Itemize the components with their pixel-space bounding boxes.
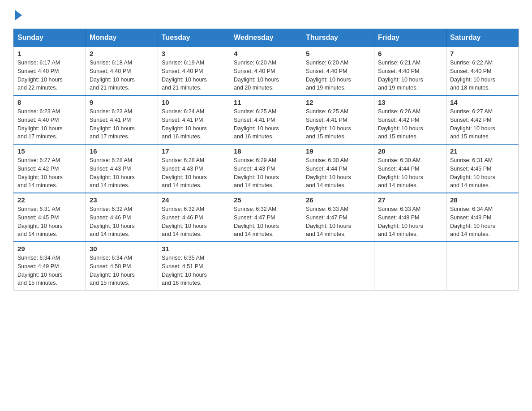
calendar-cell: 20 Sunrise: 6:30 AMSunset: 4:44 PMDaylig… bbox=[374, 144, 446, 193]
day-number: 18 bbox=[234, 147, 298, 155]
day-header-tuesday: Tuesday bbox=[158, 29, 230, 47]
day-info: Sunrise: 6:31 AMSunset: 4:45 PMDaylight:… bbox=[17, 205, 82, 239]
week-row-3: 15 Sunrise: 6:27 AMSunset: 4:42 PMDaylig… bbox=[14, 144, 519, 193]
day-number: 5 bbox=[306, 50, 370, 57]
day-info: Sunrise: 6:32 AMSunset: 4:46 PMDaylight:… bbox=[90, 205, 154, 239]
calendar-cell: 9 Sunrise: 6:23 AMSunset: 4:41 PMDayligh… bbox=[86, 95, 158, 144]
day-info: Sunrise: 6:33 AMSunset: 4:48 PMDaylight:… bbox=[378, 205, 442, 239]
day-info: Sunrise: 6:28 AMSunset: 4:43 PMDaylight:… bbox=[90, 156, 154, 190]
day-info: Sunrise: 6:26 AMSunset: 4:42 PMDaylight:… bbox=[378, 107, 442, 141]
day-number: 26 bbox=[306, 196, 370, 204]
calendar-cell: 10 Sunrise: 6:24 AMSunset: 4:41 PMDaylig… bbox=[158, 95, 230, 144]
day-info: Sunrise: 6:30 AMSunset: 4:44 PMDaylight:… bbox=[378, 156, 442, 190]
day-number: 12 bbox=[306, 98, 370, 106]
day-number: 1 bbox=[17, 50, 82, 57]
day-number: 28 bbox=[450, 196, 515, 204]
day-header-wednesday: Wednesday bbox=[230, 29, 302, 47]
calendar-cell: 14 Sunrise: 6:27 AMSunset: 4:42 PMDaylig… bbox=[446, 95, 519, 144]
day-number: 3 bbox=[162, 50, 226, 57]
day-number: 27 bbox=[378, 196, 442, 204]
day-number: 10 bbox=[162, 98, 226, 106]
day-info: Sunrise: 6:34 AMSunset: 4:49 PMDaylight:… bbox=[450, 205, 515, 239]
day-number: 21 bbox=[450, 147, 515, 155]
calendar-cell: 13 Sunrise: 6:26 AMSunset: 4:42 PMDaylig… bbox=[374, 95, 446, 144]
calendar-cell: 24 Sunrise: 6:32 AMSunset: 4:46 PMDaylig… bbox=[158, 193, 230, 242]
day-header-sunday: Sunday bbox=[14, 29, 86, 47]
calendar-cell: 29 Sunrise: 6:34 AMSunset: 4:49 PMDaylig… bbox=[14, 242, 86, 291]
calendar-cell: 7 Sunrise: 6:22 AMSunset: 4:40 PMDayligh… bbox=[446, 47, 519, 95]
calendar-cell: 17 Sunrise: 6:28 AMSunset: 4:43 PMDaylig… bbox=[158, 144, 230, 193]
day-info: Sunrise: 6:35 AMSunset: 4:51 PMDaylight:… bbox=[162, 254, 226, 287]
day-number: 22 bbox=[17, 196, 82, 204]
day-info: Sunrise: 6:31 AMSunset: 4:45 PMDaylight:… bbox=[450, 156, 515, 190]
day-info: Sunrise: 6:28 AMSunset: 4:43 PMDaylight:… bbox=[162, 156, 226, 190]
calendar-cell: 27 Sunrise: 6:33 AMSunset: 4:48 PMDaylig… bbox=[374, 193, 446, 242]
day-number: 25 bbox=[234, 196, 298, 204]
calendar-cell: 19 Sunrise: 6:30 AMSunset: 4:44 PMDaylig… bbox=[302, 144, 374, 193]
calendar-cell bbox=[302, 242, 374, 291]
day-number: 9 bbox=[90, 98, 154, 106]
calendar-cell: 25 Sunrise: 6:32 AMSunset: 4:47 PMDaylig… bbox=[230, 193, 302, 242]
day-info: Sunrise: 6:23 AMSunset: 4:41 PMDaylight:… bbox=[90, 107, 154, 141]
day-number: 7 bbox=[450, 50, 515, 57]
calendar-cell: 15 Sunrise: 6:27 AMSunset: 4:42 PMDaylig… bbox=[14, 144, 86, 193]
week-row-5: 29 Sunrise: 6:34 AMSunset: 4:49 PMDaylig… bbox=[14, 242, 519, 291]
calendar-cell: 16 Sunrise: 6:28 AMSunset: 4:43 PMDaylig… bbox=[86, 144, 158, 193]
day-info: Sunrise: 6:33 AMSunset: 4:47 PMDaylight:… bbox=[306, 205, 370, 239]
week-row-4: 22 Sunrise: 6:31 AMSunset: 4:45 PMDaylig… bbox=[14, 193, 519, 242]
calendar-cell: 2 Sunrise: 6:18 AMSunset: 4:40 PMDayligh… bbox=[86, 47, 158, 95]
day-info: Sunrise: 6:20 AMSunset: 4:40 PMDaylight:… bbox=[234, 59, 298, 92]
calendar-cell: 28 Sunrise: 6:34 AMSunset: 4:49 PMDaylig… bbox=[446, 193, 519, 242]
day-number: 15 bbox=[17, 147, 82, 155]
day-number: 29 bbox=[17, 245, 82, 253]
logo-arrow-icon bbox=[15, 10, 22, 21]
day-info: Sunrise: 6:22 AMSunset: 4:40 PMDaylight:… bbox=[450, 59, 515, 92]
day-number: 19 bbox=[306, 147, 370, 155]
calendar-cell: 31 Sunrise: 6:35 AMSunset: 4:51 PMDaylig… bbox=[158, 242, 230, 291]
calendar-cell: 30 Sunrise: 6:34 AMSunset: 4:50 PMDaylig… bbox=[86, 242, 158, 291]
day-info: Sunrise: 6:19 AMSunset: 4:40 PMDaylight:… bbox=[162, 59, 226, 92]
day-number: 8 bbox=[17, 98, 82, 106]
calendar-cell: 1 Sunrise: 6:17 AMSunset: 4:40 PMDayligh… bbox=[14, 47, 86, 95]
calendar-cell: 8 Sunrise: 6:23 AMSunset: 4:40 PMDayligh… bbox=[14, 95, 86, 144]
day-number: 4 bbox=[234, 50, 298, 57]
day-info: Sunrise: 6:20 AMSunset: 4:40 PMDaylight:… bbox=[306, 59, 370, 92]
day-number: 20 bbox=[378, 147, 442, 155]
day-info: Sunrise: 6:32 AMSunset: 4:47 PMDaylight:… bbox=[234, 205, 298, 239]
day-number: 24 bbox=[162, 196, 226, 204]
day-number: 16 bbox=[90, 147, 154, 155]
day-info: Sunrise: 6:32 AMSunset: 4:46 PMDaylight:… bbox=[162, 205, 226, 239]
day-info: Sunrise: 6:27 AMSunset: 4:42 PMDaylight:… bbox=[17, 156, 82, 190]
day-number: 6 bbox=[378, 50, 442, 57]
day-info: Sunrise: 6:25 AMSunset: 4:41 PMDaylight:… bbox=[306, 107, 370, 141]
calendar-table: SundayMondayTuesdayWednesdayThursdayFrid… bbox=[13, 29, 519, 291]
calendar-cell: 21 Sunrise: 6:31 AMSunset: 4:45 PMDaylig… bbox=[446, 144, 519, 193]
week-row-2: 8 Sunrise: 6:23 AMSunset: 4:40 PMDayligh… bbox=[14, 95, 519, 144]
day-info: Sunrise: 6:27 AMSunset: 4:42 PMDaylight:… bbox=[450, 107, 515, 141]
logo bbox=[13, 9, 22, 20]
day-number: 11 bbox=[234, 98, 298, 106]
day-number: 30 bbox=[90, 245, 154, 253]
calendar-cell: 26 Sunrise: 6:33 AMSunset: 4:47 PMDaylig… bbox=[302, 193, 374, 242]
day-header-friday: Friday bbox=[374, 29, 446, 47]
calendar-cell bbox=[230, 242, 302, 291]
days-header-row: SundayMondayTuesdayWednesdayThursdayFrid… bbox=[14, 29, 519, 47]
calendar-cell: 18 Sunrise: 6:29 AMSunset: 4:43 PMDaylig… bbox=[230, 144, 302, 193]
day-info: Sunrise: 6:25 AMSunset: 4:41 PMDaylight:… bbox=[234, 107, 298, 141]
day-info: Sunrise: 6:18 AMSunset: 4:40 PMDaylight:… bbox=[90, 59, 154, 92]
day-info: Sunrise: 6:24 AMSunset: 4:41 PMDaylight:… bbox=[162, 107, 226, 141]
calendar-cell: 4 Sunrise: 6:20 AMSunset: 4:40 PMDayligh… bbox=[230, 47, 302, 95]
day-info: Sunrise: 6:21 AMSunset: 4:40 PMDaylight:… bbox=[378, 59, 442, 92]
day-number: 14 bbox=[450, 98, 515, 106]
calendar-cell: 23 Sunrise: 6:32 AMSunset: 4:46 PMDaylig… bbox=[86, 193, 158, 242]
calendar-cell bbox=[374, 242, 446, 291]
day-header-thursday: Thursday bbox=[302, 29, 374, 47]
calendar-cell: 22 Sunrise: 6:31 AMSunset: 4:45 PMDaylig… bbox=[14, 193, 86, 242]
day-number: 17 bbox=[162, 147, 226, 155]
day-info: Sunrise: 6:34 AMSunset: 4:49 PMDaylight:… bbox=[17, 254, 82, 287]
day-header-monday: Monday bbox=[86, 29, 158, 47]
day-header-saturday: Saturday bbox=[446, 29, 519, 47]
calendar-cell: 12 Sunrise: 6:25 AMSunset: 4:41 PMDaylig… bbox=[302, 95, 374, 144]
page-header bbox=[13, 9, 519, 20]
day-number: 23 bbox=[90, 196, 154, 204]
